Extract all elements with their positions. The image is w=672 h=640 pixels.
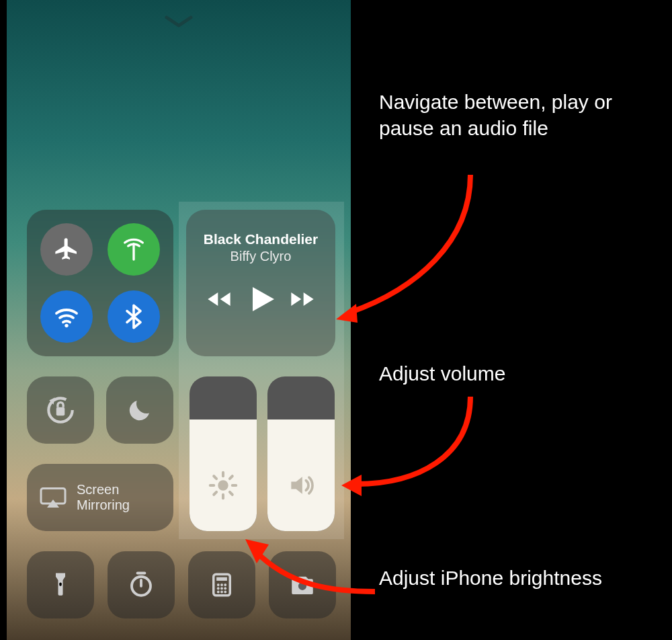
- svg-point-25: [220, 587, 223, 590]
- annotation-volume: Adjust volume: [379, 360, 648, 387]
- camera-icon: [288, 571, 317, 599]
- now-playing-title: Black Chandelier: [194, 231, 327, 247]
- svg-rect-20: [216, 577, 227, 581]
- volume-icon: [286, 471, 316, 500]
- svg-rect-15: [59, 583, 62, 586]
- screen-mirroring-line1: Screen: [77, 482, 130, 497]
- svg-point-21: [217, 584, 220, 586]
- svg-line-11: [214, 476, 216, 479]
- bluetooth-toggle[interactable]: [108, 290, 160, 343]
- airplane-mode-toggle[interactable]: [40, 223, 93, 276]
- play-icon: [245, 283, 277, 315]
- flashlight-icon: [46, 571, 75, 599]
- now-playing-artist: Biffy Clyro: [194, 249, 327, 264]
- svg-point-29: [224, 591, 226, 594]
- wifi-icon: [53, 303, 80, 330]
- svg-point-27: [217, 591, 220, 594]
- annotation-music: Navigate between, play or pause an audio…: [379, 89, 648, 141]
- bottom-row: [27, 551, 336, 618]
- svg-point-22: [220, 584, 223, 586]
- svg-line-13: [214, 492, 216, 495]
- annotation-brightness: Adjust iPhone brightness: [379, 565, 648, 591]
- cellular-data-toggle[interactable]: [108, 223, 160, 276]
- svg-point-0: [65, 324, 68, 327]
- airplane-icon: [53, 236, 80, 263]
- music-controls: [194, 283, 327, 318]
- screen-mirroring-label: Screen Mirroring: [77, 482, 130, 513]
- rotation-lock-toggle[interactable]: [27, 376, 94, 444]
- screen-mirroring-line2: Mirroring: [77, 497, 130, 513]
- music-panel[interactable]: Black Chandelier Biffy Clyro: [186, 210, 335, 356]
- chevron-down-icon[interactable]: [164, 15, 194, 30]
- do-not-disturb-toggle[interactable]: [106, 376, 173, 444]
- svg-point-24: [217, 587, 220, 590]
- svg-line-12: [230, 492, 233, 495]
- control-center-screen: Black Chandelier Biffy Clyro: [7, 0, 351, 640]
- calculator-icon: [208, 571, 236, 599]
- forward-button[interactable]: [289, 286, 316, 315]
- wifi-toggle[interactable]: [40, 290, 93, 343]
- brightness-icon: [208, 471, 238, 500]
- flashlight-button[interactable]: [27, 551, 94, 618]
- moon-icon: [126, 396, 154, 424]
- volume-slider[interactable]: [267, 376, 335, 531]
- rotation-lock-icon: [44, 393, 77, 427]
- svg-point-26: [224, 587, 226, 590]
- play-button[interactable]: [245, 283, 277, 318]
- screen-mirroring-button[interactable]: Screen Mirroring: [27, 464, 173, 531]
- airplay-icon: [39, 485, 67, 510]
- svg-point-30: [298, 582, 306, 590]
- timer-button[interactable]: [108, 551, 175, 618]
- svg-line-14: [230, 476, 233, 479]
- connectivity-panel[interactable]: [27, 210, 173, 356]
- timer-icon: [127, 571, 155, 599]
- rewind-icon: [206, 286, 233, 313]
- camera-button[interactable]: [269, 551, 336, 618]
- bluetooth-icon: [120, 303, 147, 330]
- svg-point-28: [220, 591, 223, 594]
- cellular-icon: [120, 236, 147, 263]
- brightness-slider[interactable]: [190, 376, 257, 531]
- forward-icon: [289, 286, 316, 313]
- calculator-button[interactable]: [188, 551, 255, 618]
- svg-point-23: [224, 584, 226, 586]
- svg-point-6: [218, 480, 228, 490]
- svg-rect-3: [56, 407, 65, 416]
- rewind-button[interactable]: [206, 286, 233, 315]
